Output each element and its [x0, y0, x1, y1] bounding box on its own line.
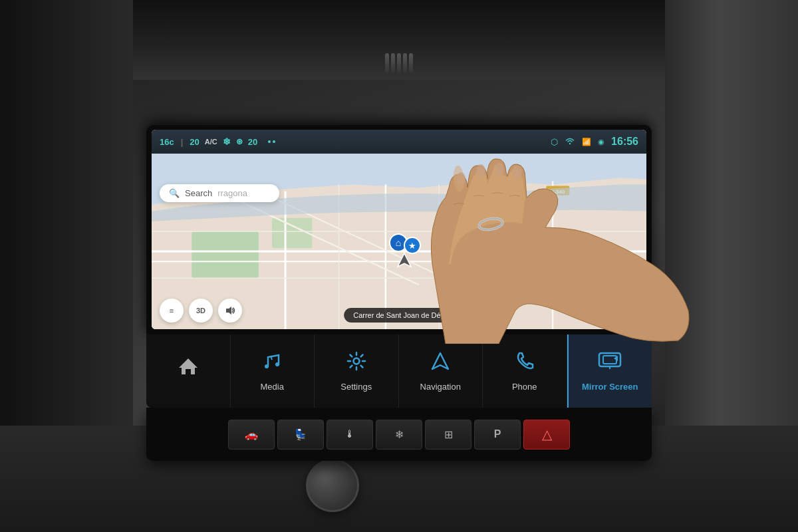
- speed-display-1: 20: [190, 137, 199, 147]
- navigation-icon: [430, 350, 451, 376]
- temp-icon: 🌡: [344, 428, 355, 440]
- ac-icon: ❄: [223, 136, 231, 147]
- grid-control-button[interactable]: ⊞: [425, 420, 471, 450]
- svg-point-29: [353, 358, 359, 364]
- volume-button[interactable]: [218, 299, 242, 323]
- navigation-label: Navigation: [420, 382, 461, 392]
- infotainment-unit: 16c | 20 A/C ❄ ⊛ 20: [146, 124, 652, 461]
- car-icon: 🚗: [245, 428, 258, 441]
- phone-icon: [514, 350, 535, 376]
- vent-slot: [409, 53, 413, 73]
- svg-rect-3: [192, 231, 259, 278]
- search-icon: 🔍: [169, 188, 180, 198]
- seat-icon: 💺: [294, 428, 307, 441]
- search-bar[interactable]: 🔍 Search rragona: [160, 184, 279, 202]
- svg-text:★: ★: [408, 241, 416, 251]
- status-icons: ⬡ 📶 ◉ 16:56: [551, 136, 638, 148]
- parking-icon: P: [494, 428, 501, 440]
- temp-control-button[interactable]: 🌡: [327, 420, 373, 450]
- search-input-value: rragona: [217, 188, 247, 198]
- svg-marker-24: [226, 307, 231, 315]
- mirror-screen-label: Mirror Screen: [582, 382, 638, 392]
- volume-knob[interactable]: [306, 459, 359, 512]
- nav-item-mirror[interactable]: Mirror Screen: [567, 334, 652, 408]
- phone-label: Phone: [512, 382, 537, 392]
- speed-display-2: 20: [248, 137, 257, 147]
- home-icon: [178, 356, 199, 382]
- car-interior: 16c | 20 A/C ❄ ⊛ 20: [0, 0, 798, 532]
- seat-control-button[interactable]: 💺: [277, 420, 324, 450]
- nav-item-phone[interactable]: Phone: [483, 334, 567, 408]
- center-vent: [385, 53, 413, 73]
- parking-control-button[interactable]: P: [474, 420, 521, 450]
- vent-slot: [391, 53, 395, 73]
- map-controls: ≡ 3D: [160, 299, 242, 323]
- infotainment-wrapper: 16c | 20 A/C ❄ ⊛ 20: [146, 71, 652, 461]
- ac-label: A/C: [205, 138, 217, 146]
- ac-control-button[interactable]: ❄: [376, 420, 422, 450]
- grid-icon: ⊞: [444, 428, 453, 441]
- car-control-button[interactable]: 🚗: [228, 420, 275, 450]
- mic-dot: [268, 140, 271, 143]
- svg-point-0: [569, 142, 571, 144]
- nav-panel: Media Settings: [146, 334, 652, 408]
- svg-point-26: [265, 364, 269, 368]
- nav-item-media[interactable]: Media: [231, 334, 315, 408]
- wifi-icon: [565, 137, 575, 147]
- status-left: 16c | 20 A/C ❄ ⊛ 20: [160, 136, 275, 147]
- svg-rect-32: [603, 356, 616, 364]
- music-icon: [261, 350, 283, 376]
- nav-item-settings[interactable]: Settings: [315, 334, 399, 408]
- settings-icon: [346, 350, 367, 376]
- mic-indicator: [268, 140, 275, 143]
- menu-button[interactable]: ≡: [160, 299, 184, 323]
- fan-icon: ⊛: [236, 137, 243, 146]
- mirror-screen-icon: [598, 350, 622, 376]
- ac2-icon: ❄: [395, 428, 404, 441]
- media-label: Media: [261, 382, 284, 392]
- svg-marker-23: [398, 253, 411, 267]
- svg-marker-25: [179, 358, 198, 374]
- view-3d-button[interactable]: 3D: [189, 299, 213, 323]
- screen-bezel: 16c | 20 A/C ❄ ⊛ 20: [146, 124, 652, 334]
- nav-item-navigation[interactable]: Navigation: [399, 334, 483, 408]
- hazard-button[interactable]: △: [523, 420, 570, 450]
- phone-icon: 📶: [582, 138, 591, 146]
- physical-controls-bar: 🚗 💺 🌡 ❄ ⊞ P △: [146, 408, 652, 461]
- vent-slot: [403, 53, 407, 73]
- main-screen[interactable]: 16c | 20 A/C ❄ ⊛ 20: [152, 130, 646, 329]
- svg-marker-30: [432, 353, 448, 369]
- svg-text:⌂: ⌂: [396, 237, 401, 248]
- svg-point-27: [275, 362, 279, 366]
- nav-item-home[interactable]: [146, 334, 231, 408]
- temperature-display: 16c: [160, 137, 174, 147]
- navigation-marker: [396, 252, 412, 271]
- time-display: 16:56: [611, 136, 638, 148]
- mic-dot: [273, 140, 275, 143]
- search-placeholder: Search: [185, 188, 212, 198]
- vent-slot: [385, 53, 389, 73]
- settings-label: Settings: [340, 382, 372, 392]
- bluetooth-icon: ⬡: [551, 137, 558, 147]
- map-area[interactable]: N-340 🔍 Search rragona: [152, 154, 646, 329]
- hazard-icon: △: [542, 426, 552, 442]
- status-bar: 16c | 20 A/C ❄ ⊛ 20: [152, 130, 646, 154]
- signal-icon: ◉: [598, 138, 604, 146]
- street-label: Carrer de Sant Joan de Déu: [344, 308, 454, 323]
- vent-slot: [397, 53, 401, 73]
